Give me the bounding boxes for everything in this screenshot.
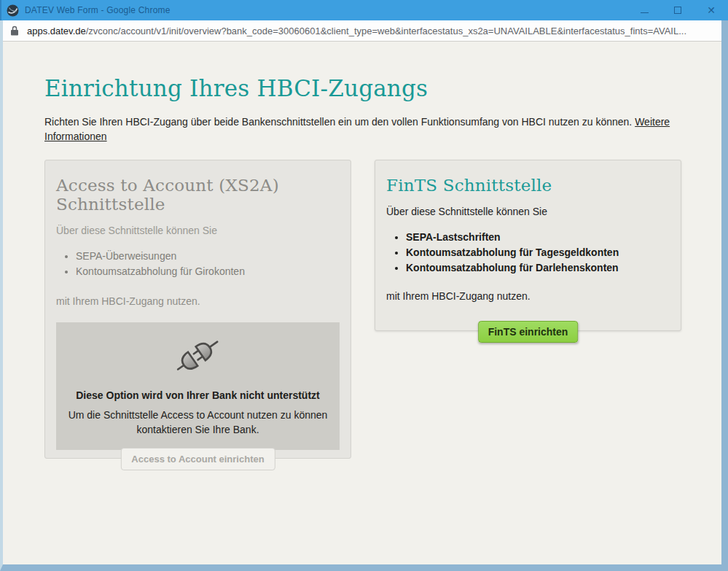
minimize-icon xyxy=(641,12,649,13)
lock-icon[interactable] xyxy=(10,26,19,36)
list-item: Kontoumsatzabholung für Tagesgeldkonten xyxy=(406,245,670,260)
close-button[interactable]: ✕ xyxy=(694,0,728,20)
datev-globe-icon xyxy=(7,4,19,17)
disconnected-plug-icon xyxy=(171,334,225,376)
unavailable-title: Diese Option wird von Ihrer Bank nicht u… xyxy=(68,389,328,401)
list-item: SEPA-Lastschriften xyxy=(406,230,670,245)
browser-window: DATEV Web Form - Google Chrome ✕ apps.da… xyxy=(0,0,728,571)
fints-feature-list: SEPA-Lastschriften Kontoumsatzabholung f… xyxy=(386,230,670,276)
xs2a-feature-list: SEPA-Überweisungen Kontoumsatzabholung f… xyxy=(56,249,340,279)
intro-text: Richten Sie Ihren HBCI-Zugang über beide… xyxy=(44,115,681,144)
fints-card-title: FinTS Schnittstelle xyxy=(386,176,670,195)
fints-card-subtitle: Über diese Schnittstelle können Sie xyxy=(386,206,670,217)
setup-fints-button[interactable]: FinTS einrichten xyxy=(478,321,579,343)
minimize-button[interactable] xyxy=(627,0,661,20)
list-item: Kontoumsatzabholung für Girokonten xyxy=(76,264,340,279)
url-domain: apps.datev.de xyxy=(27,26,86,36)
window-frame: apps.datev.de/zvconc/account/v1/init/ove… xyxy=(0,20,728,571)
xs2a-usage-note: mit Ihrem HBCI-Zugang nutzen. xyxy=(56,295,340,307)
xs2a-card-subtitle: Über diese Schnittstelle können Sie xyxy=(56,225,340,236)
list-item: SEPA-Überweisungen xyxy=(76,249,340,264)
setup-xs2a-button[interactable]: Access to Account einrichten xyxy=(120,448,275,470)
xs2a-card-title: Access to Account (XS2A) Schnittstelle xyxy=(56,176,340,214)
window-controls: ✕ xyxy=(627,0,728,20)
maximize-icon xyxy=(674,7,681,14)
url-text[interactable]: apps.datev.de/zvconc/account/v1/init/ove… xyxy=(27,26,686,36)
window-title: DATEV Web Form - Google Chrome xyxy=(25,5,171,15)
close-icon: ✕ xyxy=(707,5,716,15)
interface-cards: Access to Account (XS2A) Schnittstelle Ü… xyxy=(44,160,681,459)
fints-card: FinTS Schnittstelle Über diese Schnittst… xyxy=(375,160,681,331)
unavailable-message: Um die Schnittstelle Access to Account n… xyxy=(68,408,328,438)
xs2a-unavailable-notice: Diese Option wird von Ihrer Bank nicht u… xyxy=(56,322,340,450)
list-item: Kontoumsatzabholung für Darlehenskonten xyxy=(406,260,670,276)
url-path: /zvconc/account/v1/init/overview?bank_co… xyxy=(86,26,686,36)
fints-usage-note: mit Ihrem HBCI-Zugang nutzen. xyxy=(386,290,670,302)
page-title: Einrichtung Ihres HBCI-Zugangs xyxy=(44,75,681,101)
page-content: Einrichtung Ihres HBCI-Zugangs Richten S… xyxy=(3,42,721,564)
address-bar[interactable]: apps.datev.de/zvconc/account/v1/init/ove… xyxy=(3,20,721,42)
maximize-button[interactable] xyxy=(661,0,694,20)
xs2a-card: Access to Account (XS2A) Schnittstelle Ü… xyxy=(44,160,351,459)
window-titlebar: DATEV Web Form - Google Chrome ✕ xyxy=(0,0,728,20)
